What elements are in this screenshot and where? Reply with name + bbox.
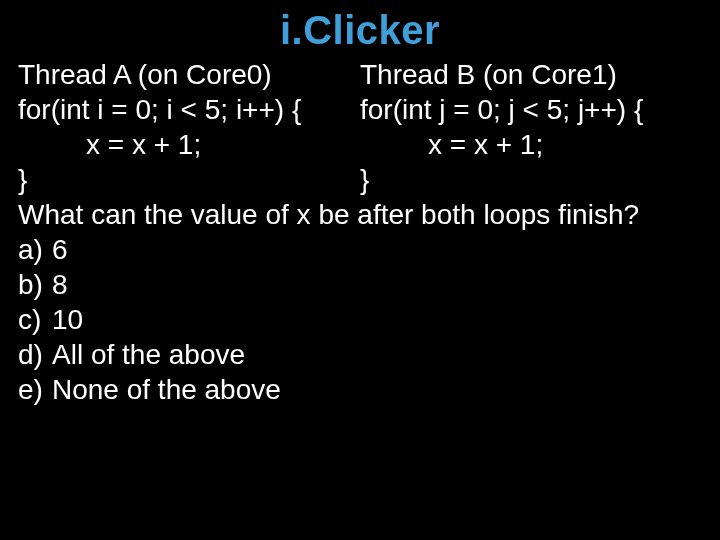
option-letter: a) xyxy=(18,232,52,267)
code-columns: Thread A (on Core0) for(int i = 0; i < 5… xyxy=(18,57,702,197)
option-text: 6 xyxy=(52,232,702,267)
option-c: c) 10 xyxy=(18,302,702,337)
options-list: a) 6 b) 8 c) 10 d) All of the above e) N… xyxy=(18,232,702,407)
thread-a-close: } xyxy=(18,162,360,197)
option-a: a) 6 xyxy=(18,232,702,267)
thread-b-header: Thread B (on Core1) xyxy=(360,57,702,92)
thread-b-close: } xyxy=(360,162,702,197)
option-letter: b) xyxy=(18,267,52,302)
slide-body: Thread A (on Core0) for(int i = 0; i < 5… xyxy=(0,57,720,407)
option-b: b) 8 xyxy=(18,267,702,302)
thread-b-for: for(int j = 0; j < 5; j++) { xyxy=(360,92,702,127)
option-text: All of the above xyxy=(52,337,702,372)
thread-a-header: Thread A (on Core0) xyxy=(18,57,360,92)
option-letter: e) xyxy=(18,372,52,407)
option-letter: c) xyxy=(18,302,52,337)
option-text: 10 xyxy=(52,302,702,337)
option-d: d) All of the above xyxy=(18,337,702,372)
slide-title: i.Clicker xyxy=(0,0,720,57)
slide: i.Clicker Thread A (on Core0) for(int i … xyxy=(0,0,720,540)
option-e: e) None of the above xyxy=(18,372,702,407)
thread-a-for: for(int i = 0; i < 5; i++) { xyxy=(18,92,360,127)
thread-a-stmt: x = x + 1; xyxy=(18,127,360,162)
thread-b-col: Thread B (on Core1) for(int j = 0; j < 5… xyxy=(360,57,702,197)
option-text: 8 xyxy=(52,267,702,302)
question-text: What can the value of x be after both lo… xyxy=(18,197,702,232)
option-text: None of the above xyxy=(52,372,702,407)
option-letter: d) xyxy=(18,337,52,372)
thread-b-stmt: x = x + 1; xyxy=(360,127,702,162)
thread-a-col: Thread A (on Core0) for(int i = 0; i < 5… xyxy=(18,57,360,197)
